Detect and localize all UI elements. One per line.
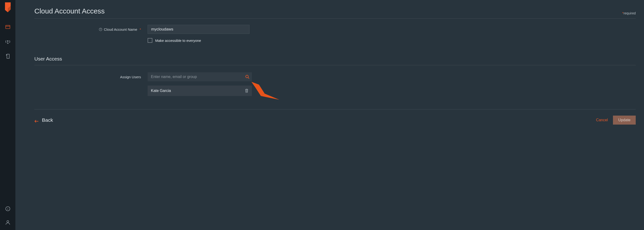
page-title: Cloud Account Access: [34, 7, 105, 15]
user-icon[interactable]: [5, 220, 11, 225]
assigned-user-row: Kate Garcia: [148, 86, 252, 96]
cancel-button[interactable]: Cancel: [596, 118, 608, 122]
account-form: Cloud Account Name * Make accessible to …: [34, 19, 636, 43]
account-name-input[interactable]: [148, 25, 250, 34]
svg-point-8: [7, 221, 9, 223]
svg-point-7: [8, 208, 8, 208]
svg-point-11: [246, 75, 248, 78]
update-button[interactable]: Update: [613, 115, 636, 124]
sidebar-nav-top: [5, 24, 11, 59]
account-name-label: Cloud Account Name *: [34, 27, 148, 31]
main-content: Cloud Account Access *required Cloud Acc…: [16, 0, 644, 230]
document-icon[interactable]: [5, 53, 11, 59]
footer: Back Cancel Update: [34, 109, 636, 124]
required-asterisk: *: [140, 27, 141, 31]
antenna-icon[interactable]: [5, 39, 11, 44]
sidebar: [0, 0, 16, 230]
dashboard-icon[interactable]: [5, 24, 11, 30]
assign-users-block: Assign Users Kate Garcia: [34, 65, 636, 96]
arrow-left-icon: [34, 118, 38, 122]
brand-logo: [4, 2, 12, 13]
trash-icon[interactable]: [245, 89, 248, 93]
sidebar-nav-bottom: [5, 206, 11, 230]
back-button[interactable]: Back: [34, 117, 53, 123]
page-header: Cloud Account Access *required: [34, 7, 636, 19]
account-name-row: Cloud Account Name *: [34, 25, 636, 34]
accessible-everyone-checkbox[interactable]: [148, 38, 152, 43]
info-icon[interactable]: [5, 206, 11, 212]
required-note: *required: [622, 11, 636, 15]
footer-actions: Cancel Update: [596, 115, 636, 124]
svg-rect-0: [6, 25, 10, 29]
assign-users-search-wrap: [148, 72, 252, 81]
account-name-label-text: Cloud Account Name: [104, 27, 137, 31]
accessible-everyone-label: Make accessible to everyone: [155, 38, 201, 43]
assign-users-search-input[interactable]: [148, 72, 252, 81]
back-label: Back: [42, 117, 53, 123]
assigned-user-name: Kate Garcia: [151, 89, 171, 93]
svg-line-12: [248, 78, 249, 79]
help-icon[interactable]: [99, 28, 102, 31]
user-access-title: User Access: [34, 56, 636, 65]
assign-users-label: Assign Users: [34, 75, 148, 79]
svg-point-10: [100, 30, 101, 30]
search-icon[interactable]: [245, 75, 250, 79]
accessible-everyone-row: Make accessible to everyone: [148, 38, 636, 43]
